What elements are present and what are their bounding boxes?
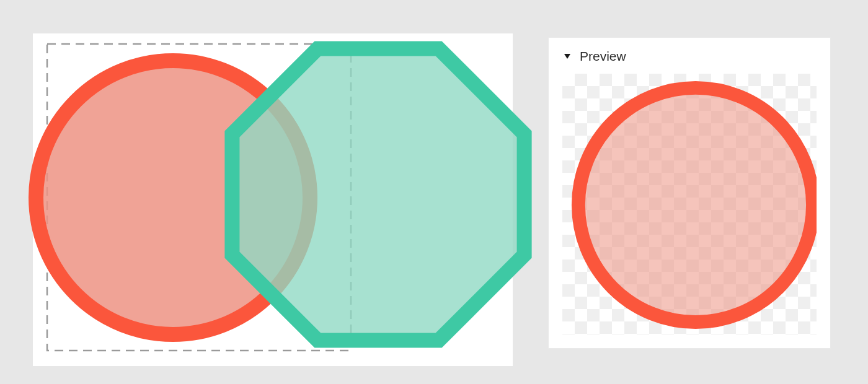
preview-svg bbox=[562, 74, 817, 334]
canvas-svg[interactable] bbox=[33, 33, 513, 366]
preview-body bbox=[562, 74, 817, 334]
preview-shape-circle bbox=[578, 88, 813, 322]
workspace: Preview bbox=[0, 0, 868, 384]
canvas-area[interactable] bbox=[33, 33, 513, 366]
preview-panel: Preview bbox=[548, 37, 831, 349]
preview-header[interactable]: Preview bbox=[549, 38, 830, 71]
shape-octagon[interactable] bbox=[232, 48, 524, 340]
svg-marker-1 bbox=[232, 48, 524, 340]
svg-marker-2 bbox=[564, 54, 570, 59]
disclosure-triangle-icon[interactable] bbox=[562, 51, 572, 61]
preview-title: Preview bbox=[580, 49, 626, 64]
